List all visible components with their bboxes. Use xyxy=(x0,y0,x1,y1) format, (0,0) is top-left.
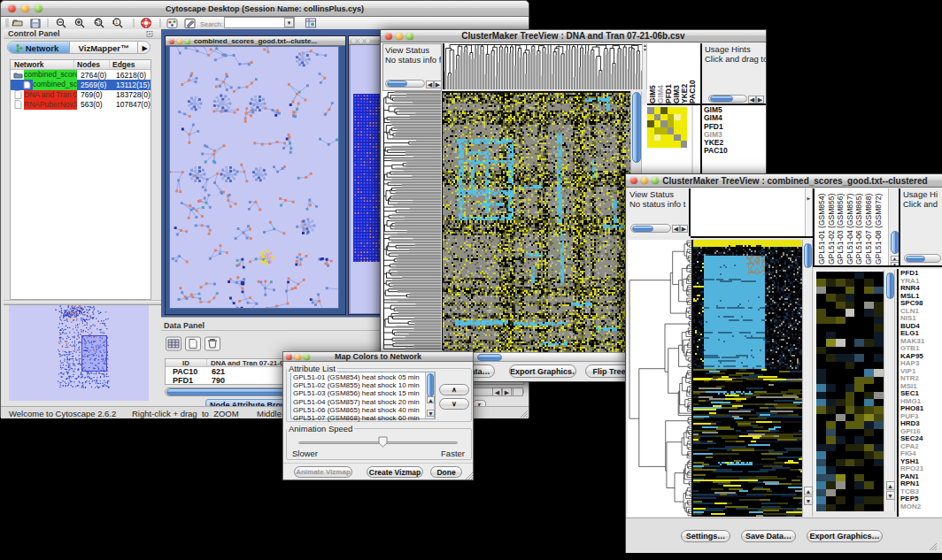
svg-text:1:1: 1:1 xyxy=(112,20,119,25)
